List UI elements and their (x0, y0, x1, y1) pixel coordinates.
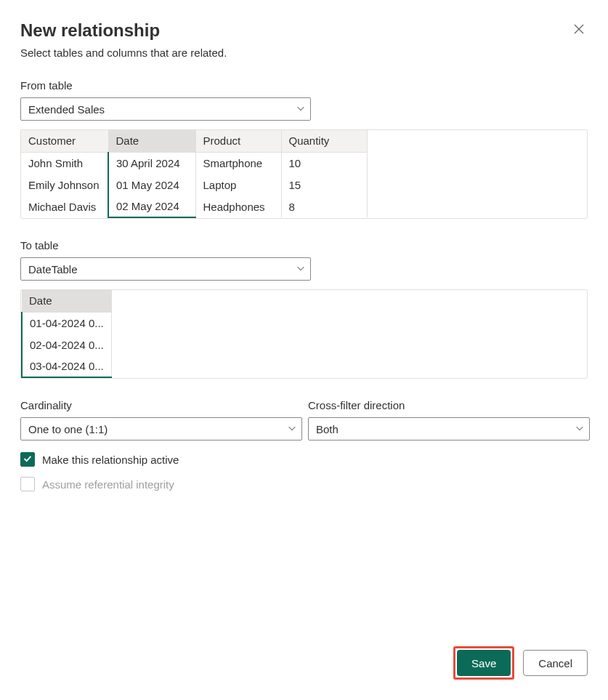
from-table-label: From table (20, 79, 588, 92)
chevron-down-icon (296, 103, 306, 116)
table-cell: Smartphone (195, 152, 281, 174)
referential-checkbox-label: Assume referential integrity (42, 478, 174, 491)
save-button[interactable]: Save (457, 650, 511, 676)
crossfilter-value: Both (316, 423, 339, 435)
table-header-row: Customer Date Product Quantity (21, 130, 367, 152)
dialog-subtitle: Select tables and columns that are relat… (20, 47, 588, 59)
from-table-preview: Customer Date Product Quantity John Smit… (20, 129, 588, 219)
table-row: John Smith 30 April 2024 Smartphone 10 (21, 152, 367, 174)
table-row: 03-04-2024 0... (22, 355, 111, 377)
table-cell: 30 April 2024 (108, 152, 195, 174)
to-table-dropdown[interactable]: DateTable (20, 257, 311, 281)
table-row: Michael Davis 02 May 2024 Headphones 8 (21, 196, 367, 217)
table-row: Emily Johnson 01 May 2024 Laptop 15 (21, 174, 367, 196)
table-cell: Laptop (195, 174, 281, 196)
active-checkbox[interactable] (20, 452, 35, 467)
column-header[interactable]: Date (22, 290, 111, 312)
chevron-down-icon (296, 263, 306, 275)
table-cell: John Smith (21, 152, 108, 174)
column-header[interactable]: Quantity (281, 130, 367, 152)
table-cell: 02 May 2024 (108, 196, 195, 217)
cardinality-label: Cardinality (20, 399, 302, 411)
table-cell: Headphones (195, 196, 281, 217)
table-cell: 01 May 2024 (108, 174, 195, 196)
column-header[interactable]: Customer (21, 130, 108, 152)
crossfilter-label: Cross-filter direction (308, 399, 590, 411)
table-cell: 02-04-2024 0... (22, 334, 111, 355)
chevron-down-icon (575, 423, 585, 435)
to-table-label: To table (20, 239, 588, 252)
close-icon (573, 26, 585, 37)
table-row: 02-04-2024 0... (22, 334, 111, 355)
to-table-value: DateTable (28, 263, 78, 275)
table-cell: 01-04-2024 0... (22, 312, 111, 334)
check-icon (23, 454, 33, 466)
table-cell: 8 (281, 196, 367, 217)
table-cell: 15 (281, 174, 367, 196)
save-highlight: Save (453, 646, 514, 680)
crossfilter-dropdown[interactable]: Both (308, 417, 590, 440)
column-header[interactable]: Product (195, 130, 281, 152)
chevron-down-icon (287, 423, 297, 435)
table-cell: Michael Davis (21, 196, 108, 217)
table-header-row: Date (22, 290, 111, 312)
to-table-preview: Date 01-04-2024 0... 02-04-2024 0... 03-… (20, 289, 588, 379)
cardinality-value: One to one (1:1) (28, 423, 108, 435)
column-header[interactable]: Date (108, 130, 195, 152)
table-cell: Emily Johnson (21, 174, 108, 196)
dialog-title: New relationship (20, 20, 160, 41)
table-row: 01-04-2024 0... (22, 312, 111, 334)
cancel-button[interactable]: Cancel (523, 650, 588, 676)
cardinality-dropdown[interactable]: One to one (1:1) (20, 417, 302, 440)
from-table-value: Extended Sales (28, 103, 105, 116)
referential-checkbox (20, 477, 35, 491)
from-table-dropdown[interactable]: Extended Sales (20, 97, 311, 121)
table-cell: 10 (281, 152, 367, 174)
active-checkbox-label: Make this relationship active (42, 454, 179, 466)
close-button[interactable] (570, 20, 588, 40)
table-cell: 03-04-2024 0... (22, 355, 111, 377)
